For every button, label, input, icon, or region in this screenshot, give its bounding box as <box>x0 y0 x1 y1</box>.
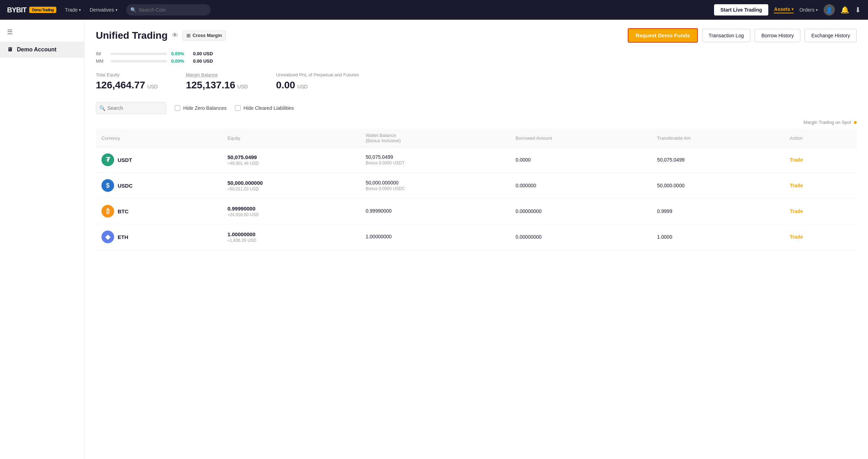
header-row: Unified Trading 👁 ⊞ Cross Margin Request… <box>96 28 857 43</box>
cell-action-1: Trade <box>784 173 857 199</box>
col-action: Action <box>784 129 857 147</box>
search-wrapper: 🔍 <box>126 4 211 15</box>
margin-balance-label: Margin Balance <box>186 72 248 77</box>
cell-borrowed-3: 0.00000000 <box>510 224 652 250</box>
table-filters: 🔍 Hide Zero Balances Hide Cleared Liabil… <box>96 102 857 114</box>
table-header: Currency Equity Wallet Balance (Bonus In… <box>96 129 857 147</box>
cell-currency-0: ₮ USDT <box>96 147 222 173</box>
margin-balance-unit: USD <box>237 84 248 89</box>
mm-label: MM <box>96 58 106 64</box>
nav-orders[interactable]: Orders ▾ <box>799 7 818 13</box>
cross-margin-icon: ⊞ <box>186 33 191 38</box>
trade-link-usdt[interactable]: Trade <box>790 157 803 163</box>
table-row: ◆ ETH 1.00000000 ≈1,636.26 USD 1.0000000… <box>96 224 857 250</box>
cross-margin-badge[interactable]: ⊞ Cross Margin <box>182 31 226 40</box>
im-progress-bar-bg <box>111 53 167 55</box>
total-equity-label: Total Equity <box>96 72 158 77</box>
im-row: IM 0.00% 0.00 USD <box>96 51 857 56</box>
notifications-button[interactable]: 🔔 <box>841 6 849 14</box>
cell-currency-1: $ USDC <box>96 173 222 199</box>
cell-borrowed-0: 0.0000 <box>510 147 652 173</box>
metrics-row: Total Equity 126,464.77 USD Margin Balan… <box>96 72 857 91</box>
im-val: 0.00 USD <box>193 51 213 56</box>
sidebar-item-demo-account[interactable]: 🖥 Demo Account <box>0 42 84 58</box>
borrow-history-button[interactable]: Borrow History <box>755 29 800 42</box>
table-row: ₿ BTC 0.99990000 ≈24,916.00 USD 0.999900… <box>96 199 857 224</box>
mm-row: MM 0.00% 0.00 USD <box>96 58 857 64</box>
start-live-trading-button[interactable]: Start Live Trading <box>714 4 768 15</box>
cell-currency-2: ₿ BTC <box>96 199 222 224</box>
cell-currency-3: ◆ ETH <box>96 224 222 250</box>
sidebar-menu-icon[interactable]: ☰ <box>0 25 84 39</box>
table-body: ₮ USDT 50,075.0499 ≈49,901.46 USD 50,075… <box>96 147 857 250</box>
cell-wallet-3: 1.00000000 <box>360 224 510 250</box>
sidebar: ☰ 🖥 Demo Account <box>0 20 85 459</box>
visibility-icon[interactable]: 👁 <box>172 32 178 39</box>
main-content: Unified Trading 👁 ⊞ Cross Margin Request… <box>85 20 868 459</box>
coin-symbol-eth: ETH <box>118 234 128 240</box>
coin-icon-eth: ◆ <box>101 231 114 243</box>
margin-trading-label: Margin Trading on Spot <box>804 120 851 125</box>
coin-symbol-usdt: USDT <box>118 157 132 163</box>
orders-chevron-icon: ▾ <box>816 8 818 12</box>
unrealized-pnl-unit: USD <box>297 84 308 89</box>
request-demo-funds-button[interactable]: Request Demo Funds <box>628 28 698 43</box>
download-button[interactable]: ⬇ <box>855 6 861 14</box>
unrealized-pnl-block: Unrealized PnL of Perpetual and Futures … <box>276 72 359 91</box>
table-search-input[interactable] <box>96 102 166 114</box>
cell-action-3: Trade <box>784 224 857 250</box>
margin-trading-status-dot <box>854 121 857 124</box>
derivatives-chevron-icon: ▾ <box>116 8 118 12</box>
hide-zero-balances-label[interactable]: Hide Zero Balances <box>175 105 227 111</box>
assets-table: Currency Equity Wallet Balance (Bonus In… <box>96 129 857 250</box>
bybit-logo[interactable]: BYBIT Demo Trading <box>7 6 56 14</box>
cell-borrowed-2: 0.00000000 <box>510 199 652 224</box>
nav-trade[interactable]: Trade ▾ <box>65 7 81 13</box>
unrealized-pnl-value-row: 0.00 USD <box>276 80 359 91</box>
trade-link-eth[interactable]: Trade <box>790 234 803 240</box>
trade-link-btc[interactable]: Trade <box>790 208 803 214</box>
nav-derivatives[interactable]: Derivatives ▾ <box>89 7 117 13</box>
hide-zero-balances-checkbox[interactable] <box>175 105 180 111</box>
trade-link-usdc[interactable]: Trade <box>790 183 803 188</box>
demo-account-icon: 🖥 <box>7 46 13 53</box>
hide-cleared-liabilities-label[interactable]: Hide Cleared Liabilities <box>235 105 294 111</box>
demo-trading-badge: Demo Trading <box>29 7 56 13</box>
table-row: $ USDC 50,000.000000 ≈50,011.03 USD 50,0… <box>96 173 857 199</box>
page-title: Unified Trading <box>96 30 168 41</box>
nav-assets[interactable]: Assets ▾ <box>774 6 794 13</box>
cell-equity-2: 0.99990000 ≈24,916.00 USD <box>222 199 360 224</box>
col-borrowed-amount: Borrowed Amount <box>510 129 652 147</box>
coin-icon-usdt: ₮ <box>101 153 114 166</box>
cell-wallet-2: 0.99990000 <box>360 199 510 224</box>
total-equity-value-row: 126,464.77 USD <box>96 80 158 91</box>
cell-transferable-1: 50,000.0000 <box>651 173 784 199</box>
top-section: Unified Trading 👁 ⊞ Cross Margin Request… <box>85 20 868 91</box>
cell-action-0: Trade <box>784 147 857 173</box>
search-input[interactable] <box>126 4 211 15</box>
navbar-right: Start Live Trading Assets ▾ Orders ▾ 👤 🔔… <box>714 4 861 15</box>
header-actions: Request Demo Funds Transaction Log Borro… <box>628 28 857 43</box>
transaction-log-button[interactable]: Transaction Log <box>702 29 751 42</box>
total-equity-block: Total Equity 126,464.77 USD <box>96 72 158 91</box>
margin-balance-value: 125,137.16 <box>186 80 235 91</box>
im-mm-section: IM 0.00% 0.00 USD MM 0.00% 0.00 USD <box>96 51 857 64</box>
coin-symbol-btc: BTC <box>118 208 129 214</box>
table-section: 🔍 Hide Zero Balances Hide Cleared Liabil… <box>85 102 868 261</box>
table-row: ₮ USDT 50,075.0499 ≈49,901.46 USD 50,075… <box>96 147 857 173</box>
margin-trading-row: Margin Trading on Spot <box>96 120 857 125</box>
mm-val: 0.00 USD <box>193 58 213 64</box>
cell-transferable-0: 50,075.0499 <box>651 147 784 173</box>
exchange-history-button[interactable]: Exchange History <box>805 29 857 42</box>
user-avatar[interactable]: 👤 <box>824 4 835 15</box>
hide-cleared-liabilities-checkbox[interactable] <box>235 105 241 111</box>
cell-equity-3: 1.00000000 ≈1,636.26 USD <box>222 224 360 250</box>
cell-transferable-2: 0.9999 <box>651 199 784 224</box>
header-left: Unified Trading 👁 ⊞ Cross Margin <box>96 30 226 41</box>
coin-icon-btc: ₿ <box>101 205 114 218</box>
im-pct: 0.00% <box>171 51 189 56</box>
cell-equity-0: 50,075.0499 ≈49,901.46 USD <box>222 147 360 173</box>
cell-borrowed-1: 0.000000 <box>510 173 652 199</box>
search-icon: 🔍 <box>130 7 136 13</box>
margin-balance-block: Margin Balance 125,137.16 USD <box>186 72 248 91</box>
